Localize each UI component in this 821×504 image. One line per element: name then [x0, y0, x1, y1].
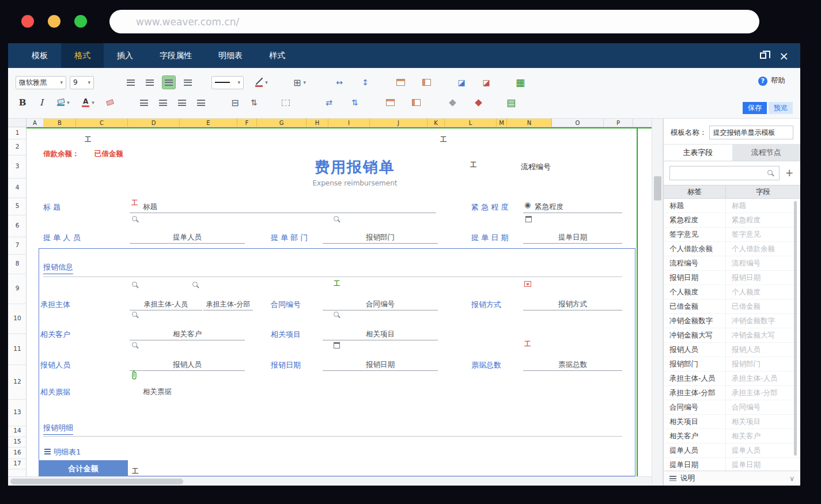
save-button[interactable]: 保存 — [743, 102, 767, 114]
detail-table-link[interactable]: 明细表1 — [54, 447, 81, 457]
dropdown-icon[interactable] — [524, 281, 531, 287]
align-center-button[interactable] — [143, 75, 157, 89]
field-name-cell[interactable]: 报销人员 — [726, 343, 800, 357]
field-row[interactable]: 冲销金额数字 冲销金额数字 — [664, 314, 800, 328]
row-header[interactable]: 12 — [8, 378, 27, 385]
field-row[interactable]: 紧急程度 紧急程度 — [664, 213, 800, 228]
contract-label[interactable]: 合同编号 — [271, 300, 301, 310]
field-row[interactable]: 个人借款余额 个人借款余额 — [664, 242, 800, 256]
row-header[interactable]: 7 — [8, 241, 27, 248]
field-label-cell[interactable]: 紧急程度 — [664, 213, 726, 227]
field-row[interactable]: 报销部门 报销部门 — [664, 357, 800, 372]
field-search-input[interactable] — [670, 166, 779, 180]
column-header[interactable]: C — [76, 119, 128, 127]
search-icon[interactable] — [132, 216, 139, 223]
traffic-light-zoom[interactable] — [74, 15, 87, 28]
wrap-text-button[interactable] — [181, 75, 195, 89]
row-header[interactable]: 16 — [8, 449, 27, 456]
vertical-scrollbar-thumb[interactable] — [654, 176, 661, 200]
row-header[interactable]: 11 — [8, 345, 27, 352]
reimburse-date-label[interactable]: 报销日期 — [271, 360, 301, 370]
field-name-cell[interactable]: 个人额度 — [726, 285, 800, 299]
field-label-cell[interactable]: 相关项目 — [664, 415, 726, 429]
traffic-light-close[interactable] — [21, 15, 34, 28]
column-header[interactable]: P — [604, 119, 633, 127]
gridlines-button[interactable] — [279, 96, 293, 109]
field-row[interactable]: 相关项目 相关项目 — [664, 415, 800, 429]
menu-tab-insert[interactable]: 插入 — [104, 43, 146, 68]
form-title[interactable]: 费用报销单 — [231, 157, 479, 177]
column-header[interactable]: F — [237, 119, 257, 127]
preview-button[interactable]: 预览 — [769, 102, 793, 114]
contract-value[interactable]: 合同编号 — [323, 300, 438, 309]
split-pane-button[interactable]: ⊟ — [228, 96, 242, 109]
traffic-light-minimize[interactable] — [48, 15, 60, 28]
insert-row-button[interactable] — [394, 75, 407, 89]
field-name-cell[interactable]: 紧急程度 — [726, 213, 800, 227]
field-row[interactable]: 签字意见 签字意见 — [664, 228, 800, 242]
radio-icon[interactable]: ◉ — [524, 201, 531, 209]
field-label-cell[interactable]: 冲销金额大写 — [664, 328, 726, 342]
menu-tab-detail-table[interactable]: 明细表 — [205, 43, 256, 68]
url-bar[interactable]: www.weaver.com.cn/ — [109, 10, 759, 33]
field-row[interactable]: 流程编号 流程编号 — [664, 256, 800, 271]
row-header[interactable]: 6 — [8, 222, 27, 229]
tab-main-fields[interactable]: 主表字段 — [664, 145, 732, 161]
column-header[interactable]: L — [445, 119, 497, 127]
template-name-input[interactable] — [709, 126, 794, 139]
clear-style-button[interactable] — [103, 96, 117, 109]
panel-footer[interactable]: 说明 ∨ — [664, 471, 800, 486]
delete-column-button[interactable] — [409, 96, 423, 109]
date-icon[interactable] — [334, 342, 340, 348]
column-header[interactable]: J — [370, 119, 427, 127]
panel-scrollbar-thumb[interactable] — [794, 201, 797, 456]
delete-row-button[interactable] — [383, 96, 397, 109]
highlight-button[interactable] — [471, 96, 485, 109]
column-header[interactable]: G — [257, 119, 307, 127]
field-name-cell[interactable]: 合同编号 — [726, 400, 800, 414]
field-label-cell[interactable]: 个人借款余额 — [664, 242, 726, 256]
bold-button[interactable]: B — [16, 96, 29, 109]
italic-button[interactable]: I — [35, 96, 48, 109]
text-field-icon[interactable]: 工 — [440, 137, 447, 143]
format-paint-button[interactable]: ◪ — [455, 75, 468, 89]
select-all-corner[interactable] — [8, 119, 27, 127]
chevron-down-icon[interactable]: ∨ — [789, 475, 794, 483]
field-name-cell[interactable]: 承担主体-人员 — [726, 372, 800, 385]
field-label-cell[interactable]: 个人额度 — [664, 285, 726, 299]
field-row[interactable]: 已借金额 已借金额 — [664, 300, 800, 314]
field-row[interactable]: 提单人员 提单人员 — [664, 444, 800, 458]
field-name-cell[interactable]: 相关项目 — [726, 415, 800, 429]
field-label-cell[interactable]: 报销人员 — [664, 343, 726, 357]
submitter-label[interactable]: 提 单 人 员 — [43, 233, 80, 243]
method-value[interactable]: 报销方式 — [523, 300, 622, 309]
submitter-value[interactable]: 提单人员 — [130, 233, 245, 242]
column-header[interactable]: K — [427, 119, 445, 127]
field-name-cell[interactable]: 流程编号 — [726, 256, 800, 270]
date-icon[interactable] — [525, 216, 532, 222]
field-label-cell[interactable]: 相关客户 — [664, 429, 726, 443]
erase-style-button[interactable] — [445, 96, 459, 109]
column-header[interactable]: I — [328, 119, 370, 127]
column-header[interactable]: O — [552, 119, 604, 127]
merge-vertical-button[interactable]: ↕ — [358, 75, 372, 89]
field-label-cell[interactable]: 承担主体-分部 — [664, 386, 726, 400]
urgency-value[interactable]: 紧急程度 — [535, 202, 563, 212]
field-name-cell[interactable]: 已借金额 — [726, 300, 800, 313]
search-icon[interactable] — [132, 282, 139, 289]
field-label-cell[interactable]: 标题 — [664, 199, 726, 213]
tickets-value[interactable]: 相关票据 — [143, 387, 172, 397]
restore-window-icon[interactable] — [760, 52, 766, 59]
bearer-label[interactable]: 承担主体 — [40, 300, 70, 310]
row-header[interactable]: 17 — [8, 460, 27, 467]
loan-amount-field[interactable]: 已借金额 — [94, 149, 123, 158]
field-label-cell[interactable]: 承担主体-人员 — [664, 372, 726, 385]
field-name-cell[interactable]: 冲销金额数字 — [726, 314, 800, 328]
text-field-icon[interactable]: 工 — [85, 137, 91, 143]
text-field-icon[interactable]: 工 — [132, 468, 138, 475]
tab-flow-nodes[interactable]: 流程节点 — [732, 145, 801, 161]
distribute-button[interactable] — [194, 96, 208, 109]
field-row[interactable]: 合同编号 合同编号 — [664, 400, 800, 415]
field-label-cell[interactable]: 提单日期 — [664, 458, 726, 471]
project-value[interactable]: 相关项目 — [323, 329, 438, 339]
